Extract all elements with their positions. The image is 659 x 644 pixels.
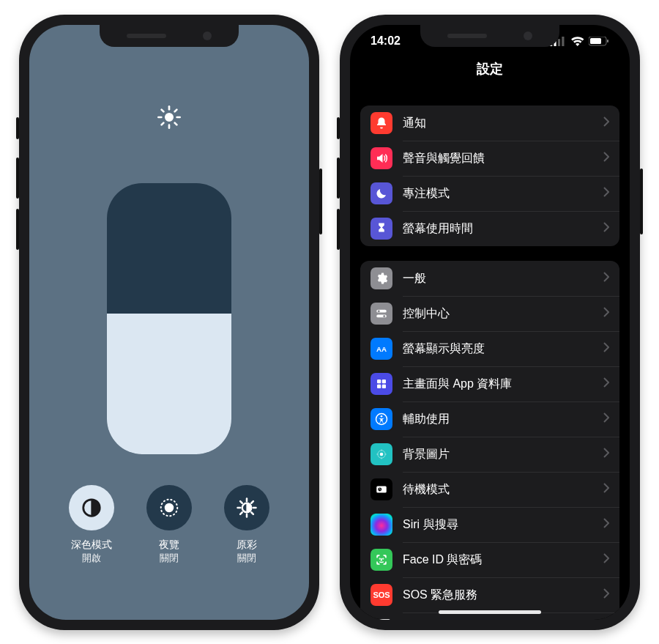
sound-icon (371, 147, 392, 169)
switches-icon (371, 303, 392, 325)
notch (420, 25, 559, 47)
svg-rect-36 (382, 385, 386, 388)
phone-right: 14:02 設定 通知聲音與觸覺回饋專注模式螢幕使用時間 一般控制中心AA螢幕顯… (340, 15, 640, 630)
settings-list[interactable]: 通知聲音與觸覺回饋專注模式螢幕使用時間 一般控制中心AA螢幕顯示與亮度主畫面與 … (350, 91, 630, 620)
settings-row[interactable]: SOSSOS 緊急服務 (360, 577, 619, 612)
settings-row[interactable]: 控制中心 (360, 296, 619, 331)
svg-point-48 (383, 558, 384, 559)
settings-row-label: 輔助使用 (403, 412, 593, 427)
settings-row[interactable]: 一般 (360, 261, 619, 296)
brightness-slider[interactable] (107, 183, 231, 454)
settings-row-label: Siri 與搜尋 (403, 517, 593, 533)
svg-rect-24 (562, 37, 564, 46)
svg-rect-35 (377, 385, 381, 388)
svg-line-8 (175, 110, 177, 112)
settings-row[interactable]: 聲音與觸覺回饋 (360, 141, 619, 176)
svg-point-38 (381, 415, 383, 418)
sun-icon (157, 106, 181, 132)
volume-button (16, 209, 19, 250)
svg-rect-33 (377, 380, 381, 383)
cc-toggle[interactable]: 深色模式開啟 (69, 485, 114, 564)
svg-point-47 (379, 558, 380, 559)
settings-row[interactable]: 輔助使用 (360, 401, 619, 437)
bell-icon (371, 112, 392, 134)
phone-left: 深色模式開啟夜覽關閉原彩關閉 (19, 15, 319, 630)
settings-row-label: 螢幕使用時間 (403, 221, 593, 237)
night-shift-icon[interactable] (146, 485, 192, 530)
home-indicator[interactable] (439, 610, 541, 614)
sos-icon: SOS (371, 584, 392, 606)
svg-point-31 (383, 315, 385, 317)
settings-row-label: 聲音與觸覺回饋 (403, 151, 593, 166)
settings-screen: 14:02 設定 通知聲音與觸覺回饋專注模式螢幕使用時間 一般控制中心AA螢幕顯… (350, 25, 630, 620)
chevron-right-icon (603, 412, 609, 426)
settings-row[interactable]: 主畫面與 App 資料庫 (360, 366, 619, 401)
accessibility-icon (371, 408, 392, 430)
settings-row-label: 螢幕顯示與亮度 (403, 341, 593, 357)
chevron-right-icon (603, 588, 609, 602)
settings-row-label: 通知 (403, 116, 593, 131)
svg-point-10 (165, 503, 173, 511)
volume-button (337, 117, 340, 139)
svg-rect-34 (382, 380, 386, 383)
chevron-right-icon (603, 553, 609, 566)
power-button (640, 169, 643, 234)
settings-row-label: 待機模式 (403, 482, 593, 497)
wifi-icon (570, 37, 585, 46)
chevron-right-icon (603, 448, 609, 461)
settings-row[interactable]: Face ID 與密碼 (360, 542, 619, 577)
svg-line-17 (251, 512, 253, 514)
volume-button (16, 117, 19, 139)
chevron-right-icon (603, 342, 609, 355)
svg-point-0 (165, 114, 174, 122)
cc-toggle[interactable]: 夜覽關閉 (146, 485, 192, 564)
settings-row[interactable]: 待機模式 (360, 472, 619, 507)
notch (100, 25, 239, 47)
settings-row-label: SOS 緊急服務 (403, 588, 593, 603)
svg-point-39 (380, 453, 384, 456)
brightness-icon: AA (371, 338, 392, 360)
volume-button (337, 209, 340, 250)
control-center-screen: 深色模式開啟夜覽關閉原彩關閉 (29, 25, 309, 620)
svg-point-29 (378, 310, 380, 312)
dark-mode-icon[interactable] (69, 485, 114, 530)
brightness-fill (107, 314, 231, 454)
true-tone-icon[interactable] (224, 485, 269, 530)
settings-group: 通知聲音與觸覺回饋專注模式螢幕使用時間 (360, 106, 619, 246)
svg-line-19 (251, 501, 253, 503)
chevron-right-icon (603, 152, 609, 165)
svg-line-16 (240, 501, 242, 503)
settings-row[interactable]: 背景圖片 (360, 437, 619, 472)
settings-row-label: Face ID 與密碼 (403, 552, 593, 568)
settings-row[interactable]: Siri 與搜尋 (360, 507, 619, 542)
cc-toggle-label: 深色模式開啟 (71, 538, 112, 564)
svg-rect-23 (558, 39, 560, 46)
settings-row[interactable]: 通知 (360, 106, 619, 141)
settings-row[interactable]: AA螢幕顯示與亮度 (360, 331, 619, 366)
cc-toggle-label: 原彩關閉 (237, 538, 257, 564)
svg-line-7 (162, 123, 164, 125)
chevron-right-icon (603, 116, 609, 130)
settings-row-label: 一般 (403, 271, 593, 286)
chevron-right-icon (603, 518, 609, 531)
svg-line-3 (162, 110, 164, 112)
settings-row[interactable]: 螢幕使用時間 (360, 211, 619, 246)
chevron-right-icon (603, 222, 609, 235)
cc-toggle[interactable]: 原彩關閉 (224, 485, 269, 564)
svg-text:AA: AA (376, 345, 387, 353)
chevron-right-icon (603, 483, 609, 496)
chevron-right-icon (603, 187, 609, 200)
settings-row[interactable]: 專注模式 (360, 176, 619, 211)
siri-icon (371, 514, 392, 536)
moon-icon (371, 182, 392, 204)
chevron-right-icon (603, 307, 609, 320)
svg-line-4 (175, 123, 177, 125)
battery-icon (589, 37, 609, 46)
volume-button (16, 158, 19, 199)
page-title: 設定 (350, 60, 630, 78)
settings-group: 一般控制中心AA螢幕顯示與亮度主畫面與 App 資料庫輔助使用背景圖片待機模式S… (360, 261, 619, 620)
faceid-icon (371, 549, 392, 571)
settings-row-label: 專注模式 (403, 186, 593, 201)
chevron-right-icon (603, 272, 609, 285)
gear-icon (371, 267, 392, 289)
